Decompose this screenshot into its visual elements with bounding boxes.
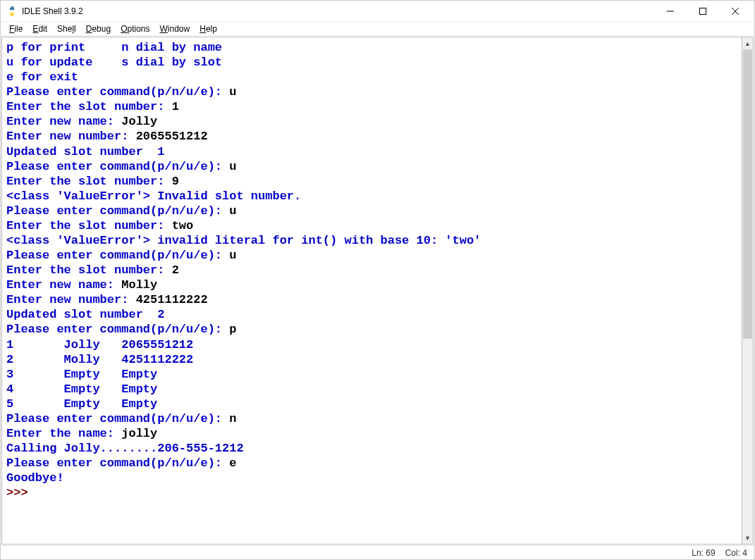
minimize-button[interactable] — [654, 1, 687, 22]
input-text: 4251112222 — [136, 293, 208, 306]
output-line: Please enter command(p/n/u/e): — [6, 412, 229, 425]
shell-text[interactable]: p for print n dial by name u for update … — [1, 37, 742, 545]
input-text: 2065551212 — [136, 130, 208, 143]
output-line: u for update s dial by slot — [6, 56, 222, 69]
input-text: p — [229, 323, 236, 336]
scroll-down-arrow-icon[interactable]: ▼ — [742, 532, 753, 544]
output-line: p for print n dial by name — [6, 41, 222, 54]
output-line: Please enter command(p/n/u/e): — [6, 323, 229, 336]
status-line: Ln: 69 — [692, 548, 715, 558]
output-line: 4 Empty Empty — [6, 382, 157, 396]
output-line: Enter the name: — [6, 427, 121, 440]
output-line: <class 'ValueError'> invalid literal for… — [6, 234, 481, 247]
output-line: Enter the slot number: — [6, 263, 172, 277]
input-text: u — [229, 204, 236, 218]
input-text: u — [229, 160, 236, 173]
output-line: Calling Jolly........206-555-1212 — [6, 442, 244, 455]
input-text: u — [229, 85, 236, 99]
output-line: Please enter command(p/n/u/e): — [6, 456, 229, 470]
output-line: 2 Molly 4251112222 — [6, 353, 193, 366]
output-line: 3 Empty Empty — [6, 368, 157, 381]
menu-help[interactable]: Help — [195, 23, 221, 35]
menu-window[interactable]: Window — [156, 23, 195, 35]
window-title: IDLE Shell 3.9.2 — [22, 6, 83, 16]
output-line: Updated slot number 2 — [6, 308, 164, 321]
vertical-scrollbar[interactable]: ▲ ▼ — [742, 37, 754, 545]
menubar: File Edit Shell Debug Options Window Hel… — [1, 22, 754, 36]
input-text: Jolly — [121, 115, 157, 128]
output-line: Goodbye! — [6, 471, 64, 485]
output-line: Please enter command(p/n/u/e): — [6, 160, 229, 173]
input-text: jolly — [121, 427, 157, 440]
scroll-thumb[interactable] — [743, 49, 752, 339]
svg-point-0 — [11, 7, 11, 8]
scroll-track[interactable] — [742, 49, 753, 532]
menu-debug[interactable]: Debug — [82, 23, 115, 35]
output-line: Please enter command(p/n/u/e): — [6, 204, 229, 218]
output-line: e for exit — [6, 70, 78, 84]
output-line: Please enter command(p/n/u/e): — [6, 85, 229, 99]
input-text: u — [229, 249, 236, 262]
titlebar: IDLE Shell 3.9.2 — [1, 1, 754, 22]
input-text: 9 — [172, 175, 179, 188]
output-line: Updated slot number 1 — [6, 145, 164, 158]
menu-file[interactable]: File — [5, 23, 27, 35]
app-icon — [6, 6, 18, 17]
menu-edit[interactable]: Edit — [28, 23, 51, 35]
output-line: Enter the slot number: — [6, 219, 172, 232]
output-line: Please enter command(p/n/u/e): — [6, 249, 229, 262]
output-line: Enter new number: — [6, 130, 136, 143]
status-col: Col: 4 — [725, 548, 747, 558]
input-text: n — [229, 412, 236, 425]
shell-area: p for print n dial by name u for update … — [1, 36, 754, 545]
maximize-button[interactable] — [687, 1, 719, 22]
input-text: Molly — [121, 278, 157, 292]
output-line: 1 Jolly 2065551212 — [6, 338, 193, 351]
output-line: Enter new number: — [6, 293, 136, 306]
menu-options[interactable]: Options — [116, 23, 154, 35]
input-text: 2 — [172, 263, 179, 277]
output-line: 5 Empty Empty — [6, 397, 157, 411]
output-line: Enter the slot number: — [6, 175, 172, 188]
close-button[interactable] — [719, 1, 751, 22]
input-text: 1 — [172, 100, 179, 113]
svg-rect-3 — [700, 8, 706, 14]
svg-point-1 — [13, 14, 13, 15]
prompt: >>> — [6, 486, 35, 499]
output-line: <class 'ValueError'> Invalid slot number… — [6, 189, 301, 203]
output-line: Enter new name: — [6, 115, 121, 128]
output-line: Enter the slot number: — [6, 100, 172, 113]
statusbar: Ln: 69 Col: 4 — [1, 545, 754, 559]
output-line: Enter new name: — [6, 278, 121, 292]
input-text: two — [172, 219, 194, 232]
scroll-up-arrow-icon[interactable]: ▲ — [742, 37, 753, 49]
input-text: e — [229, 456, 236, 470]
menu-shell[interactable]: Shell — [53, 23, 80, 35]
